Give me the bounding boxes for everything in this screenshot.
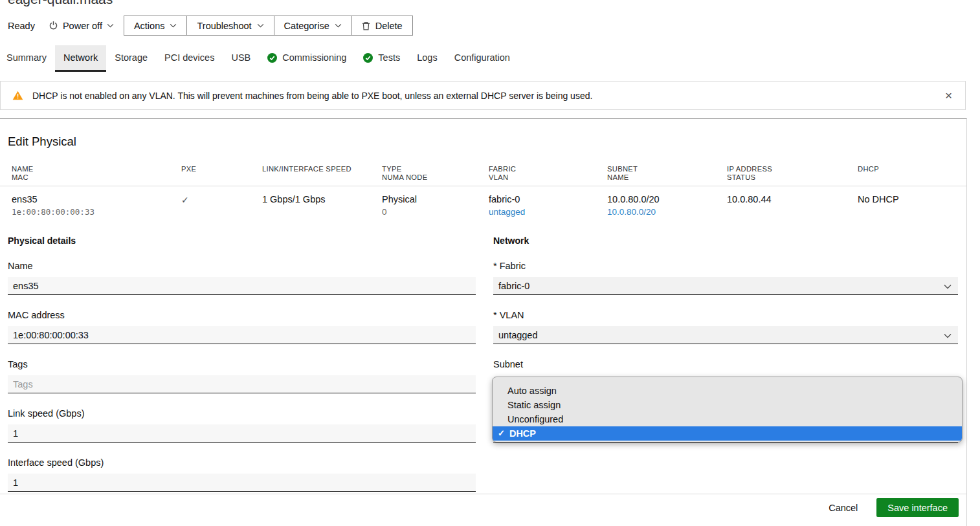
chevron-down-icon — [944, 284, 952, 289]
chevron-down-icon — [170, 23, 177, 28]
interface-speed-field-group: Interface speed (Gbps) — [8, 457, 476, 492]
tab-commissioning[interactable]: Commissioning — [259, 45, 355, 72]
col-link-speed: LINK/INTERFACE SPEED — [262, 165, 382, 182]
save-interface-button[interactable]: Save interface — [876, 498, 959, 517]
tags-label: Tags — [8, 359, 476, 369]
interface-speed-label: Interface speed (Gbps) — [8, 457, 476, 468]
edit-physical-panel: Edit Physical NAME MAC PXE LINK/INTERFAC… — [0, 118, 967, 526]
machine-status: Ready — [8, 21, 35, 31]
fabric-field-group: * Fabric fabric-0 — [493, 261, 958, 295]
name-field-group: Name — [8, 261, 476, 295]
cell-link-speed: 1 Gbps/1 Gbps — [262, 194, 382, 217]
tab-pci-devices[interactable]: PCI devices — [156, 45, 223, 72]
col-dhcp: DHCP — [858, 165, 966, 182]
tab-storage[interactable]: Storage — [106, 45, 156, 72]
vlan-select[interactable]: untagged — [493, 326, 958, 344]
cell-ip-status: 10.0.80.44 — [727, 194, 858, 217]
subnet-option-unconfigured[interactable]: Unconfigured — [493, 412, 962, 426]
tab-label: Storage — [115, 52, 148, 63]
mac-label: MAC address — [8, 310, 476, 320]
action-button-group: Actions Troubleshoot Categorise — [124, 16, 413, 36]
machine-tab-bar: Summary Network Storage PCI devices USB … — [0, 45, 980, 72]
edit-physical-form: Physical details Name MAC address Tags L… — [0, 236, 966, 492]
actions-button-label: Actions — [134, 21, 165, 31]
interface-speed-input[interactable] — [8, 474, 476, 492]
tab-label: Summary — [6, 52, 47, 63]
network-column: Network * Fabric fabric-0 * VLAN untagge… — [493, 236, 958, 492]
tab-label: Tests — [378, 52, 400, 63]
categorise-button[interactable]: Categorise — [274, 16, 351, 35]
col-ip-status: IP ADDRESS STATUS — [727, 165, 858, 182]
subnet-option-dhcp[interactable]: ✓ DHCP — [493, 426, 962, 441]
subnet-option-auto-assign[interactable]: Auto assign — [493, 384, 962, 398]
tab-usb[interactable]: USB — [223, 45, 259, 72]
check-icon: ✓ — [498, 426, 505, 441]
chevron-down-icon — [944, 333, 952, 338]
chevron-down-icon — [107, 23, 114, 28]
subnet-select-area: Auto assign Static assign Unconfigured ✓… — [493, 375, 958, 443]
cell-dhcp: No DHCP — [858, 194, 966, 217]
tab-summary[interactable]: Summary — [0, 45, 55, 72]
mac-field-group: MAC address — [8, 310, 476, 344]
categorise-button-label: Categorise — [284, 21, 329, 31]
mac-input[interactable] — [8, 326, 476, 344]
col-fabric-vlan: FABRIC VLAN — [489, 165, 607, 182]
tab-tests[interactable]: Tests — [355, 45, 408, 72]
edit-physical-title: Edit Physical — [8, 135, 966, 149]
chevron-down-icon — [257, 23, 264, 28]
machine-toolbar: Ready Power off Actions Troubleshoot — [8, 16, 413, 36]
power-dropdown-label: Power off — [63, 21, 102, 31]
troubleshoot-button-label: Troubleshoot — [197, 21, 251, 31]
check-icon: ✓ — [181, 195, 189, 205]
power-icon — [49, 21, 58, 30]
cell-name-mac: ens35 1e:00:80:00:00:33 — [12, 194, 181, 217]
tab-label: Commissioning — [282, 52, 346, 63]
interface-table-header: NAME MAC PXE LINK/INTERFACE SPEED TYPE N… — [0, 165, 966, 186]
form-action-bar: Cancel Save interface — [0, 494, 966, 517]
tags-input[interactable] — [8, 375, 476, 393]
delete-button[interactable]: Delete — [351, 16, 412, 35]
name-input[interactable] — [8, 277, 476, 295]
physical-details-heading: Physical details — [8, 236, 476, 246]
trash-icon — [362, 21, 370, 30]
link-speed-field-group: Link speed (Gbps) — [8, 408, 476, 443]
col-pxe: PXE — [181, 165, 262, 182]
name-label: Name — [8, 261, 476, 271]
interface-name: ens35 — [12, 194, 181, 205]
tab-logs[interactable]: Logs — [408, 45, 445, 72]
tab-label: Logs — [417, 52, 437, 63]
tags-field-group: Tags — [8, 359, 476, 393]
warning-icon — [12, 91, 23, 100]
col-name-mac: NAME MAC — [12, 165, 181, 182]
actions-button[interactable]: Actions — [124, 16, 187, 35]
cancel-button[interactable]: Cancel — [829, 498, 858, 517]
tab-network[interactable]: Network — [55, 45, 106, 72]
tab-label: USB — [231, 52, 251, 63]
page-title: eager-quail.maas — [8, 0, 113, 7]
network-heading: Network — [493, 236, 958, 246]
fabric-select[interactable]: fabric-0 — [493, 277, 958, 295]
physical-details-column: Physical details Name MAC address Tags L… — [8, 236, 476, 492]
troubleshoot-button[interactable]: Troubleshoot — [186, 16, 273, 35]
vlan-label: * VLAN — [493, 310, 958, 320]
close-icon[interactable]: × — [941, 88, 956, 103]
vlan-select-value: untagged — [498, 330, 537, 340]
vlan-link[interactable]: untagged — [489, 207, 525, 217]
subnet-option-dhcp-label: DHCP — [509, 426, 536, 441]
interface-mac: 1e:00:80:00:00:33 — [12, 207, 181, 217]
subnet-link[interactable]: 10.0.80.0/20 — [607, 207, 656, 217]
numa-node-value: 0 — [382, 207, 489, 217]
tab-label: Network — [63, 52, 98, 63]
interface-table-row: ens35 1e:00:80:00:00:33 ✓ 1 Gbps/1 Gbps … — [0, 186, 966, 217]
col-subnet-name: SUBNET NAME — [607, 165, 727, 182]
success-icon — [267, 53, 277, 63]
subnet-option-static-assign[interactable]: Static assign — [493, 398, 962, 412]
col-type-numa: TYPE NUMA NODE — [382, 165, 489, 182]
power-dropdown[interactable]: Power off — [49, 21, 114, 31]
fabric-select-value: fabric-0 — [498, 281, 529, 291]
link-speed-input[interactable] — [8, 424, 476, 443]
tab-label: Configuration — [454, 52, 510, 63]
success-icon — [363, 53, 373, 63]
tab-configuration[interactable]: Configuration — [446, 45, 518, 72]
cell-type-numa: Physical 0 — [382, 194, 489, 217]
